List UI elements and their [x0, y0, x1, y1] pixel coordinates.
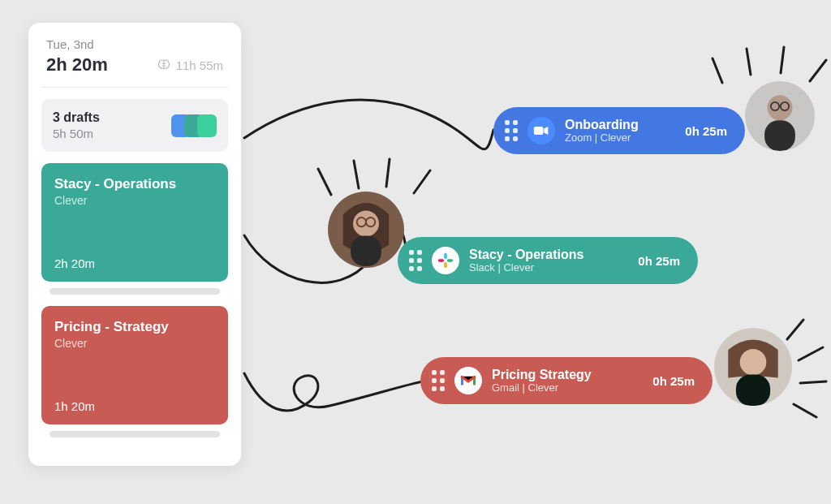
pill-subtitle: Zoom | Clever: [565, 131, 675, 144]
activity-pill-pricing[interactable]: Pricing Strategy Gmail | Clever 0h 25m: [420, 357, 713, 404]
zoom-icon: [527, 117, 555, 144]
block-time: 2h 20m: [54, 256, 215, 270]
block-subtitle: Clever: [54, 194, 215, 207]
svg-line-20: [810, 60, 826, 81]
drafts-subtitle: 5h 50m: [53, 127, 100, 140]
svg-line-21: [318, 169, 331, 195]
grip-icon[interactable]: [409, 250, 422, 271]
pill-text: Stacy - Operations Slack | Clever: [469, 248, 628, 274]
block-subtitle: Clever: [54, 337, 215, 350]
avatar: [745, 81, 815, 151]
pill-subtitle: Gmail | Clever: [492, 381, 643, 394]
pill-title: Pricing Strategy: [492, 368, 643, 382]
svg-rect-4: [438, 259, 444, 262]
drafts-chips: [171, 114, 217, 137]
svg-line-28: [794, 404, 816, 417]
svg-line-27: [800, 381, 826, 383]
svg-line-18: [747, 49, 751, 75]
meta-time-value: 11h 55m: [176, 58, 223, 72]
time-block-pricing[interactable]: Pricing - Strategy Clever 1h 20m: [41, 306, 228, 424]
svg-line-25: [787, 320, 803, 339]
card-header: Tue, 3nd 2h 20m 11h 55m: [41, 37, 228, 88]
block-scrollbar[interactable]: [50, 431, 220, 437]
svg-rect-1: [444, 253, 447, 259]
block-scrollbar[interactable]: [50, 288, 220, 295]
connector-line: [240, 81, 500, 179]
pill-time: 0h 25m: [638, 254, 680, 268]
grip-icon[interactable]: [505, 120, 518, 141]
time-block-operations[interactable]: Stacy - Operations Clever 2h 20m: [41, 163, 228, 282]
svg-point-15: [740, 349, 767, 376]
gmail-icon: [454, 367, 482, 394]
avatar: [328, 192, 404, 268]
svg-rect-16: [736, 375, 770, 406]
draft-chip: [197, 114, 217, 137]
activity-pill-onboarding[interactable]: Onboarding Zoom | Clever 0h 25m: [493, 107, 745, 154]
pill-text: Pricing Strategy Gmail | Clever: [492, 368, 643, 394]
block-time: 1h 20m: [54, 399, 215, 413]
pill-title: Onboarding: [565, 118, 675, 132]
brain-icon: [157, 58, 171, 72]
svg-rect-12: [351, 236, 381, 267]
drafts-summary[interactable]: 3 drafts 5h 50m: [41, 99, 228, 152]
pill-time: 0h 25m: [685, 124, 727, 138]
svg-line-26: [799, 347, 823, 360]
svg-rect-8: [764, 120, 795, 151]
drafts-text: 3 drafts 5h 50m: [53, 110, 100, 140]
drafts-title: 3 drafts: [53, 110, 100, 125]
svg-line-24: [414, 170, 430, 193]
svg-line-19: [781, 47, 784, 73]
pill-title: Stacy - Operations: [469, 248, 628, 262]
svg-rect-2: [447, 259, 453, 262]
primary-time: 2h 20m: [46, 54, 108, 75]
svg-rect-3: [444, 262, 447, 268]
svg-rect-0: [534, 127, 544, 135]
svg-line-22: [354, 161, 359, 188]
svg-line-23: [386, 159, 390, 187]
day-summary-card: Tue, 3nd 2h 20m 11h 55m 3 drafts 5h 50m: [28, 23, 241, 466]
date-label: Tue, 3nd: [46, 37, 223, 51]
grip-icon[interactable]: [432, 370, 445, 391]
totals-row: 2h 20m 11h 55m: [46, 54, 223, 75]
meta-time: 11h 55m: [157, 58, 223, 72]
svg-line-17: [713, 58, 722, 83]
pill-subtitle: Slack | Clever: [469, 261, 628, 274]
pill-text: Onboarding Zoom | Clever: [565, 118, 675, 144]
avatar: [714, 328, 792, 406]
activity-pill-operations[interactable]: Stacy - Operations Slack | Clever 0h 25m: [398, 237, 698, 284]
block-title: Stacy - Operations: [54, 176, 215, 192]
block-title: Pricing - Strategy: [54, 319, 215, 335]
pill-time: 0h 25m: [652, 374, 695, 388]
connector-line: [240, 357, 427, 422]
slack-icon: [432, 247, 459, 274]
